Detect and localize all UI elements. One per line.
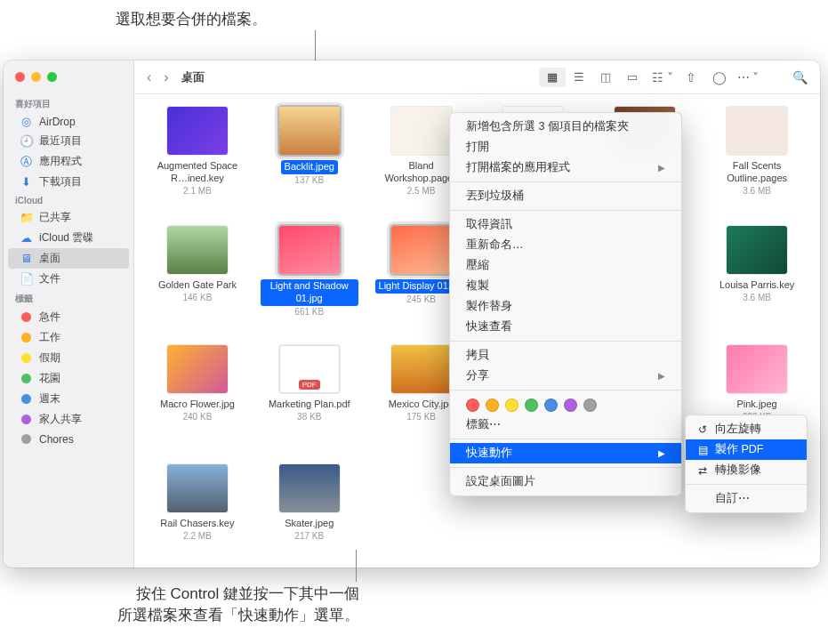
sidebar-item[interactable]: 假期	[8, 348, 129, 368]
sidebar-item[interactable]: Chores	[8, 430, 129, 448]
submenu-item[interactable]: ▤製作 PDF	[686, 439, 807, 460]
file-item[interactable]: Golden Gate Park146 KB	[143, 226, 252, 342]
view-switcher[interactable]: ▦ ☰ ◫ ▭	[539, 68, 646, 87]
file-item[interactable]: Rail Chasers.key2.2 MB	[143, 464, 252, 568]
menu-item[interactable]: 快速查看	[450, 317, 681, 337]
tag-color-icon[interactable]	[583, 398, 597, 412]
file-item[interactable]: Fall Scents Outline.pages3.6 MB	[703, 107, 811, 222]
close-button[interactable]	[15, 72, 25, 82]
submenu-item-label: 向左旋轉	[715, 422, 761, 437]
sidebar-item[interactable]: ⬇下載項目	[8, 172, 129, 192]
file-thumbnail	[279, 345, 340, 393]
tag-dot-icon	[20, 331, 33, 344]
menu-item[interactable]: 分享▶	[450, 366, 681, 386]
sidebar-item[interactable]: 📁已共享	[8, 207, 129, 228]
file-size: 240 KB	[183, 412, 213, 422]
menu-item[interactable]: 取得資訊	[450, 214, 681, 235]
sidebar-item[interactable]: 家人共享	[8, 409, 129, 430]
file-item[interactable]: Louisa Parris.key3.6 MB	[703, 226, 811, 342]
file-item[interactable]: Light and Shadow 01.jpg661 KB	[255, 226, 364, 342]
file-size: 661 KB	[294, 307, 324, 317]
file-item[interactable]: Augmented Space R…ined.key2.1 MB	[143, 107, 252, 222]
sidebar-item-label: 文件	[39, 271, 60, 286]
menu-item[interactable]: 製作替身	[450, 296, 681, 317]
file-item[interactable]: Backlit.jpeg137 KB	[255, 107, 364, 222]
tags-icon[interactable]: ◯	[708, 68, 731, 87]
file-thumbnail	[391, 226, 452, 274]
menu-item[interactable]: 快速動作▶	[450, 443, 681, 463]
tag-color-icon[interactable]	[564, 398, 577, 412]
context-menu: 新增包含所選 3 個項目的檔案夾打開打開檔案的應用程式▶丟到垃圾桶取得資訊重新命…	[449, 112, 682, 496]
share-icon[interactable]: ⇧	[679, 68, 703, 87]
file-thumbnail	[167, 345, 228, 393]
sidebar-item-label: 急件	[39, 310, 60, 325]
sidebar-item[interactable]: Ⓐ應用程式	[8, 151, 129, 172]
menu-item[interactable]: 壓縮	[450, 255, 681, 276]
menu-item-label: 製作替身	[466, 299, 512, 314]
file-thumbnail	[391, 107, 452, 155]
file-name: Pink.jpeg	[736, 398, 776, 411]
quick-actions-submenu: ↺向左旋轉▤製作 PDF⇄轉換影像自訂⋯	[685, 415, 808, 513]
forward-button[interactable]: ›	[160, 69, 172, 85]
submenu-item[interactable]: 自訂⋯	[686, 488, 807, 509]
group-menu-icon[interactable]: ☷ ˅	[651, 68, 674, 87]
back-button[interactable]: ‹	[143, 69, 155, 85]
sidebar-item[interactable]: ◎AirDrop	[8, 112, 129, 131]
search-icon[interactable]: 🔍	[788, 68, 811, 87]
menu-item[interactable]: 拷貝	[450, 345, 681, 366]
sidebar-item-label: 花園	[39, 371, 60, 386]
sidebar-item[interactable]: ☁iCloud 雲碟	[8, 228, 129, 248]
file-item[interactable]: Skater.jpeg217 KB	[255, 464, 364, 568]
file-thumbnail	[391, 345, 452, 393]
menu-item[interactable]: 設定桌面圖片	[450, 471, 681, 492]
menu-item-label: 丟到垃圾桶	[466, 189, 524, 204]
callout-top: 選取想要合併的檔案。	[116, 9, 267, 29]
menu-separator	[450, 341, 681, 342]
file-item[interactable]: Marketing Plan.pdf38 KB	[255, 345, 364, 461]
minimize-button[interactable]	[31, 72, 41, 82]
sidebar-item[interactable]: 🖥桌面	[8, 248, 129, 269]
tag-color-icon[interactable]	[505, 398, 519, 412]
sidebar-item-label: 下載項目	[39, 174, 82, 189]
menu-item[interactable]: 重新命名…	[450, 235, 681, 255]
file-item[interactable]: Macro Flower.jpg240 KB	[143, 345, 252, 461]
menu-item-label: 取得資訊	[466, 217, 512, 232]
sidebar-item[interactable]: 工作	[8, 327, 129, 348]
menu-item-label: 打開	[466, 140, 489, 155]
file-name: Macro Flower.jpg	[160, 398, 235, 411]
action-icon: ⇄	[696, 464, 709, 477]
file-name: Golden Gate Park	[158, 279, 237, 292]
tag-dot-icon	[20, 351, 33, 365]
sidebar-item[interactable]: 急件	[8, 307, 129, 327]
callout-line	[356, 550, 357, 582]
file-thumbnail	[279, 464, 340, 512]
menu-item[interactable]: 打開	[450, 137, 681, 157]
submenu-item[interactable]: ↺向左旋轉	[686, 419, 807, 439]
menu-item[interactable]: 標籤⋯	[450, 415, 681, 435]
sidebar-item[interactable]: 花園	[8, 368, 129, 389]
file-thumbnail	[727, 226, 787, 274]
tag-color-icon[interactable]	[486, 398, 499, 412]
gallery-view-icon[interactable]: ▭	[619, 68, 646, 87]
file-size: 2.1 MB	[183, 186, 212, 196]
menu-item[interactable]: 複製	[450, 276, 681, 296]
column-view-icon[interactable]: ◫	[592, 68, 619, 87]
tag-color-icon[interactable]	[466, 398, 479, 412]
zoom-button[interactable]	[47, 72, 57, 82]
menu-item[interactable]: 丟到垃圾桶	[450, 186, 681, 206]
menu-item[interactable]: 新增包含所選 3 個項目的檔案夾	[450, 117, 681, 137]
menu-item[interactable]: 打開檔案的應用程式▶	[450, 157, 681, 178]
sidebar-item[interactable]: 🕘最近項目	[8, 131, 129, 151]
sidebar-item[interactable]: 週末	[8, 389, 129, 409]
tag-color-icon[interactable]	[544, 398, 558, 412]
submenu-item[interactable]: ⇄轉換影像	[686, 460, 807, 480]
sidebar-item[interactable]: 📄文件	[8, 269, 129, 289]
file-size: 245 KB	[406, 294, 436, 304]
list-view-icon[interactable]: ☰	[566, 68, 592, 87]
tag-color-icon[interactable]	[525, 398, 538, 412]
icon-view-icon[interactable]: ▦	[539, 68, 566, 87]
more-icon[interactable]: ⋯ ˅	[736, 68, 760, 87]
file-size: 146 KB	[183, 293, 213, 302]
file-name: Light and Shadow 01.jpg	[261, 279, 358, 306]
sidebar-item-label: 應用程式	[39, 154, 82, 169]
